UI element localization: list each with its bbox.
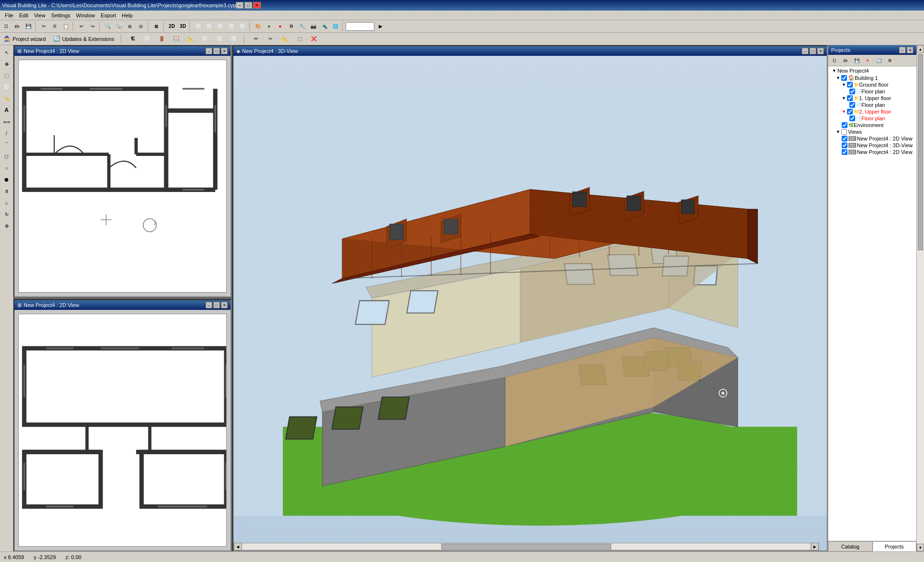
render-btn-4[interactable]: ⚙ (286, 21, 296, 32)
view-3d-1-check[interactable] (842, 142, 847, 148)
right-panel-controls[interactable]: – ✕ (899, 47, 913, 53)
pan-tool[interactable]: ✥ (1, 59, 12, 69)
menu-file[interactable]: File (2, 12, 16, 19)
edit-tool-5[interactable]: ❌ (308, 34, 319, 44)
scroll-right-button[interactable]: ▶ (811, 543, 819, 550)
close-button[interactable]: ✕ (253, 2, 261, 9)
2d-button[interactable]: 2D (167, 21, 177, 32)
line-tool[interactable]: / (1, 128, 12, 139)
updates-item[interactable]: 🔄 Updates & Extensions (51, 35, 116, 43)
measure-tool[interactable]: 📏 (1, 93, 12, 104)
draw-wall-tool[interactable]: ⬚ (1, 70, 12, 81)
tree-ground-floor[interactable]: ▼ 📁 Ground floor (829, 81, 915, 88)
building1-check[interactable] (841, 75, 847, 81)
undo-button[interactable]: ↩ (76, 21, 87, 32)
render-btn-2[interactable]: ● (264, 21, 274, 32)
rotate-tool[interactable]: ↻ (1, 209, 12, 219)
scroll-down-button[interactable]: ▼ (917, 544, 924, 551)
top-view-close[interactable]: ✕ (221, 48, 228, 54)
circle-tool[interactable]: ○ (1, 163, 12, 173)
top-view-minimize[interactable]: – (205, 48, 212, 54)
zoom-out-button[interactable]: 🔍- (114, 21, 124, 32)
3d-view-controls[interactable]: – □ ✕ (802, 48, 824, 54)
zoom-in-button[interactable]: 🔍 (103, 21, 113, 32)
zoom-apply-button[interactable]: ▶ (375, 21, 386, 32)
scroll-track-vertical[interactable] (917, 53, 924, 544)
menu-help[interactable]: Help (119, 12, 136, 19)
paste-button[interactable]: 📋 (61, 21, 71, 32)
minimize-button[interactable]: – (236, 2, 244, 9)
scroll-thumb[interactable] (441, 544, 612, 549)
project-wizard-item[interactable]: 🧙 Project wizard (2, 35, 48, 43)
tree-view-2d-1[interactable]: 2D New Project4 : 2D View (829, 135, 915, 142)
tree-root[interactable]: ▼ New Project4 (829, 67, 915, 74)
3d-view-minimize[interactable]: – (802, 48, 808, 54)
edit-tool-4[interactable]: ⬚ (294, 34, 305, 44)
menu-edit[interactable]: Edit (16, 12, 31, 19)
right-panel-close[interactable]: ✕ (907, 47, 913, 53)
3d-button[interactable]: 3D (178, 21, 188, 32)
3d-view-canvas[interactable]: ◀ ▶ (233, 56, 827, 550)
bottom-view-minimize[interactable]: – (205, 302, 212, 308)
tree-views[interactable]: ▼ Views (829, 128, 915, 135)
zoom-fit-button[interactable]: ⊞ (125, 21, 135, 32)
render-btn-8[interactable]: 🌐 (330, 21, 341, 32)
refresh-btn[interactable]: 🔄 (873, 55, 884, 66)
ground-floor-arrow[interactable]: ▼ (842, 82, 846, 87)
bottom-view-maximize[interactable]: □ (213, 302, 220, 308)
open-button[interactable]: 🗁 (12, 21, 23, 32)
render-btn-6[interactable]: 📷 (308, 21, 319, 32)
cut-button[interactable]: ✂ (38, 21, 49, 32)
projects-tab[interactable]: Projects (873, 541, 917, 551)
render-btn-7[interactable]: 🔦 (319, 21, 330, 32)
building1-arrow[interactable]: ▼ (836, 76, 840, 80)
select-tool[interactable]: ↖ (1, 47, 12, 58)
view-btn-5[interactable]: ⬜ (237, 21, 248, 32)
title-controls[interactable]: – □ ✕ (236, 2, 261, 9)
new-button[interactable]: 🗋 (1, 21, 12, 32)
floor-plan-btn[interactable]: 🏗 (128, 34, 138, 44)
render-btn-5[interactable]: 🔧 (297, 21, 308, 32)
grid-button[interactable]: ⊞ (151, 21, 162, 32)
tree-ground-floor-plan[interactable]: 📄 Floor plan (829, 88, 915, 95)
zoom-select-button[interactable]: ⊟ (136, 21, 146, 32)
catalog-tab[interactable]: Catalog (828, 541, 873, 551)
tool-btn-2[interactable]: ⬜ (214, 34, 225, 44)
view-2d-2-check[interactable] (842, 149, 847, 155)
scroll-left-button[interactable]: ◀ (234, 543, 242, 550)
bottom-view-controls[interactable]: – □ ✕ (205, 302, 228, 308)
upper-floor-2-plan-check[interactable] (849, 115, 855, 121)
3d-scrollbar[interactable]: ◀ ▶ (233, 543, 819, 550)
view-2d-1-check[interactable] (842, 136, 847, 141)
3d-view-maximize[interactable]: □ (809, 48, 816, 54)
draw-room-tool[interactable]: ⬜ (1, 82, 12, 92)
wall-btn[interactable]: ⬜ (142, 34, 153, 44)
projects-tree[interactable]: ▼ New Project4 ▼ 🏠 Building 1 (828, 66, 916, 541)
stair-tool[interactable]: ⏸ (1, 186, 12, 196)
project-settings-btn[interactable]: ⚙ (885, 55, 895, 66)
tree-view-3d-1[interactable]: 3D New Project4 : 3D-View (829, 142, 915, 149)
edit-tool-1[interactable]: ✏ (251, 34, 261, 44)
ground-floor-check[interactable] (847, 82, 853, 88)
redo-button[interactable]: ↪ (87, 21, 98, 32)
stair-btn[interactable]: 📐 (185, 34, 196, 44)
menu-window[interactable]: Window (73, 12, 98, 19)
view-btn-4[interactable]: ⬜ (226, 21, 237, 32)
new-project-btn[interactable]: 🗋 (829, 55, 840, 66)
roof-tool[interactable]: ⌂ (1, 197, 12, 208)
tree-upper-floor-2-plan[interactable]: 📄 Floor plan (829, 115, 915, 122)
tree-upper-floor-1-plan[interactable]: 📄 Floor plan (829, 102, 915, 108)
right-panel-minimize[interactable]: – (899, 47, 906, 53)
polygon-tool[interactable]: ⬡ (1, 151, 12, 162)
render-btn-3[interactable]: ● (275, 21, 285, 32)
scroll-up-button[interactable]: ▲ (917, 45, 924, 53)
upper-floor-1-plan-check[interactable] (849, 102, 855, 108)
top-view-controls[interactable]: – □ ✕ (205, 48, 228, 54)
3d-view-close[interactable]: ✕ (817, 48, 824, 54)
bottom-view-close[interactable]: ✕ (221, 302, 228, 308)
tree-upper-floor-1[interactable]: ▼ 📁 1. Upper floor (829, 95, 915, 102)
window-btn[interactable]: 🪟 (171, 34, 181, 44)
right-panel-tabs[interactable]: Catalog Projects (828, 541, 916, 551)
tree-view-2d-2[interactable]: 2D New Project4 : 2D View (829, 149, 915, 155)
dimension-tool[interactable]: ⟺ (1, 116, 12, 127)
